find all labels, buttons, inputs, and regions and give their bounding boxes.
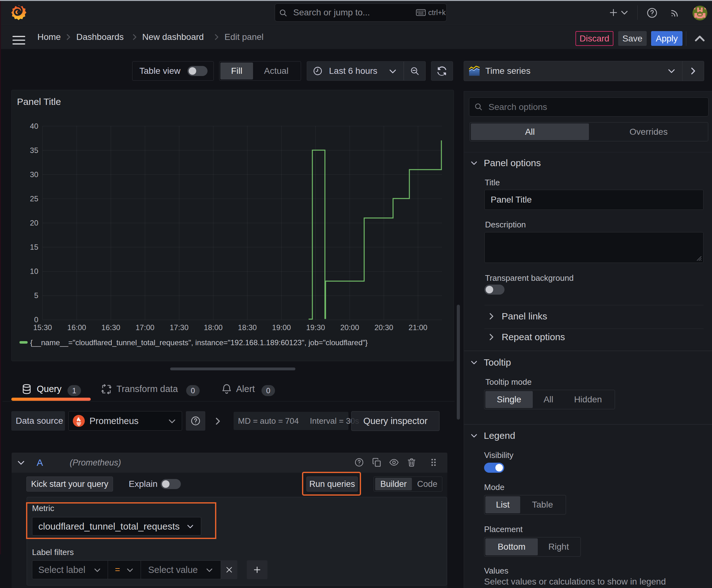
svg-text:15:30: 15:30 <box>33 323 52 332</box>
svg-text:25: 25 <box>30 194 38 203</box>
svg-text:21:00: 21:00 <box>408 323 427 332</box>
svg-text:40: 40 <box>30 122 38 130</box>
svg-text:16:30: 16:30 <box>102 323 120 332</box>
svg-text:18:30: 18:30 <box>238 323 257 332</box>
svg-text:{__name__="cloudflared_tunnel_: {__name__="cloudflared_tunnel_total_requ… <box>30 338 368 347</box>
svg-text:18:00: 18:00 <box>204 323 222 332</box>
svg-text:19:30: 19:30 <box>306 323 325 332</box>
svg-text:15: 15 <box>30 243 38 251</box>
svg-text:10: 10 <box>30 267 38 275</box>
svg-text:35: 35 <box>30 146 38 154</box>
svg-text:17:30: 17:30 <box>170 323 188 332</box>
svg-text:0: 0 <box>34 315 38 324</box>
svg-text:17:00: 17:00 <box>136 323 154 332</box>
svg-text:16:00: 16:00 <box>67 323 86 332</box>
svg-text:19:00: 19:00 <box>272 323 291 332</box>
svg-text:20:00: 20:00 <box>340 323 359 332</box>
svg-text:20:30: 20:30 <box>374 323 393 332</box>
svg-text:5: 5 <box>34 291 38 300</box>
svg-text:30: 30 <box>30 170 38 179</box>
svg-text:20: 20 <box>30 218 38 227</box>
